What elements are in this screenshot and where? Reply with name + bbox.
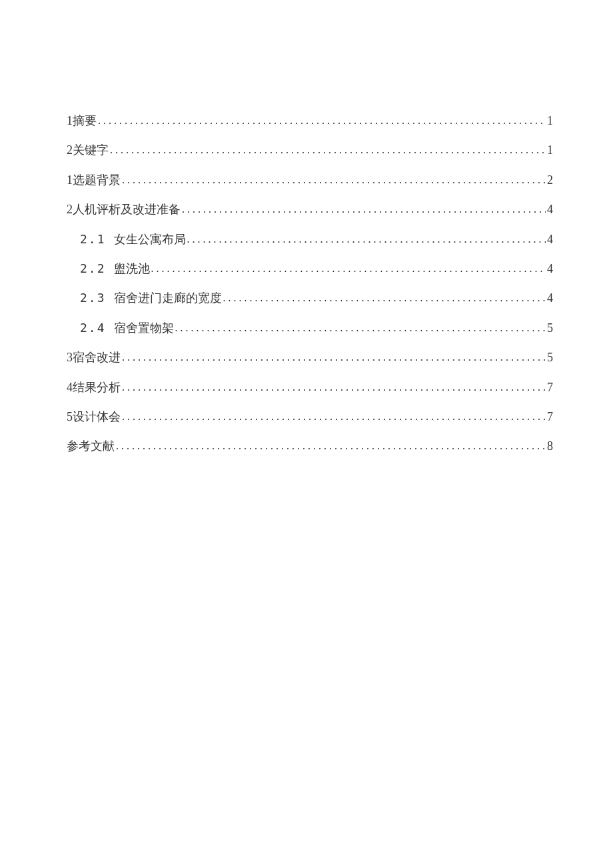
toc-entry: 1选题背景 ..................................…: [67, 169, 553, 191]
toc-entry-label: 3宿舍改进: [67, 347, 121, 368]
toc-entry: 2关键字 ...................................…: [67, 139, 553, 161]
toc-leader-dots: ........................................…: [121, 171, 546, 190]
toc-entry-label: 2.3宿舍进门走廊的宽度: [80, 287, 222, 309]
toc-entry: 3宿舍改进 ..................................…: [67, 347, 553, 368]
toc-entry-label: 2.2盥洗池: [80, 258, 150, 279]
toc-leader-dots: ........................................…: [186, 230, 546, 249]
toc-entry-page: 7: [546, 406, 553, 427]
toc-entry-label: 2关键字: [67, 139, 109, 161]
toc-leader-dots: ........................................…: [174, 319, 546, 338]
toc-entry-page: 4: [546, 229, 553, 250]
toc-leader-dots: ........................................…: [109, 141, 546, 160]
toc-sub-title: 宿舍置物架: [114, 321, 174, 335]
toc-leader-dots: ........................................…: [121, 348, 546, 367]
toc-sub-number: 2.1: [80, 232, 106, 246]
toc-entry-page: 5: [546, 317, 553, 339]
toc-entry-label: 2.1女生公寓布局: [80, 229, 186, 250]
toc-entry: 参考文献 ...................................…: [67, 435, 553, 457]
toc-entry-label: 1选题背景: [67, 169, 121, 191]
toc-leader-dots: ........................................…: [121, 378, 546, 397]
toc-entry-page: 1: [546, 139, 553, 161]
toc-entry-page: 4: [546, 258, 553, 279]
toc-sub-number: 2.3: [80, 291, 106, 305]
toc-entry-label: 5设计体会: [67, 406, 121, 427]
toc-entry-label: 4结果分析: [67, 377, 121, 398]
toc-entry-label: 2.4宿舍置物架: [80, 317, 174, 339]
toc-entry: 5设计体会 ..................................…: [67, 406, 553, 427]
toc-entry: 1摘要 ....................................…: [67, 110, 553, 131]
toc-sub-number: 2.4: [80, 321, 106, 335]
toc-entry-page: 4: [546, 199, 553, 220]
toc-entry-page: 1: [546, 110, 553, 131]
toc-entry-page: 5: [546, 347, 553, 368]
toc-entry: 4结果分析 ..................................…: [67, 377, 553, 398]
toc-entry-page: 8: [546, 435, 553, 457]
toc-subentry: 2.4宿舍置物架 ...............................…: [67, 317, 553, 339]
toc-subentry: 2.2盥洗池 .................................…: [67, 258, 553, 279]
toc-entry: 2人机评析及改进准备 .............................…: [67, 199, 553, 220]
toc-leader-dots: ........................................…: [181, 200, 546, 219]
toc-leader-dots: ........................................…: [150, 259, 546, 279]
toc-sub-title: 女生公寓布局: [114, 233, 186, 246]
toc-entry-page: 2: [546, 169, 553, 191]
table-of-contents: 1摘要 ....................................…: [67, 110, 553, 457]
toc-sub-title: 宿舍进门走廊的宽度: [114, 291, 222, 305]
toc-entry-label: 参考文献: [67, 435, 115, 457]
toc-entry-label: 2人机评析及改进准备: [67, 199, 181, 220]
toc-sub-number: 2.2: [80, 261, 106, 275]
toc-entry-label: 1摘要: [67, 110, 97, 131]
toc-entry-page: 4: [546, 287, 553, 309]
toc-subentry: 2.3宿舍进门走廊的宽度 ...........................…: [67, 287, 553, 309]
toc-leader-dots: ........................................…: [97, 111, 546, 131]
toc-leader-dots: ........................................…: [115, 437, 546, 456]
toc-entry-page: 7: [546, 377, 553, 398]
toc-leader-dots: ........................................…: [222, 289, 546, 308]
toc-sub-title: 盥洗池: [114, 262, 150, 275]
toc-leader-dots: ........................................…: [121, 407, 546, 427]
toc-subentry: 2.1女生公寓布局 ..............................…: [67, 229, 553, 250]
